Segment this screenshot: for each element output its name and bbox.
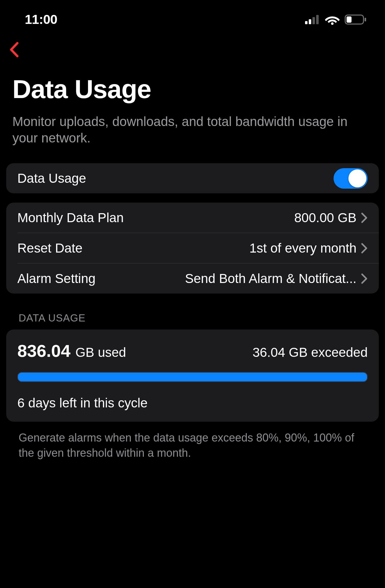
page-title: Data Usage	[0, 62, 385, 104]
svg-rect-1	[309, 19, 311, 24]
reset-date-row[interactable]: Reset Date 1st of every month	[6, 233, 379, 263]
alarm-footer-text: Generate alarms when the data usage exce…	[6, 422, 379, 460]
data-usage-toggle-card: Data Usage	[6, 163, 379, 193]
status-bar: 11:00	[0, 0, 385, 29]
usage-unit: GB used	[75, 345, 126, 360]
cellular-icon	[305, 15, 320, 24]
monthly-data-plan-row[interactable]: Monthly Data Plan 800.00 GB	[6, 203, 379, 233]
monthly-plan-label: Monthly Data Plan	[17, 210, 124, 225]
usage-summary: 836.04 GB used 36.04 GB exceeded	[17, 341, 368, 361]
svg-rect-7	[365, 18, 366, 21]
data-usage-toggle[interactable]	[334, 168, 368, 189]
usage-exceeded: 36.04 GB exceeded	[253, 345, 368, 360]
page-subtitle: Monitor uploads, downloads, and total ba…	[0, 104, 385, 146]
cycle-remaining: 6 days left in this cycle	[17, 396, 368, 411]
reset-date-value: 1st of every month	[89, 241, 356, 256]
usage-amount: 836.04	[17, 341, 70, 361]
data-usage-toggle-row[interactable]: Data Usage	[6, 163, 379, 193]
nav-back-area	[0, 29, 385, 62]
alarm-setting-row[interactable]: Alarm Setting Send Both Alarm & Notifica…	[6, 263, 379, 294]
status-icons	[305, 14, 366, 25]
data-usage-section-header: DATA USAGE	[6, 294, 379, 330]
back-chevron-icon[interactable]	[9, 42, 20, 57]
svg-rect-0	[305, 21, 308, 24]
svg-rect-3	[316, 15, 319, 24]
wifi-icon	[325, 14, 340, 25]
toggle-label: Data Usage	[17, 171, 86, 186]
svg-rect-2	[312, 17, 315, 24]
toggle-knob	[348, 169, 366, 187]
status-time: 11:00	[25, 12, 57, 27]
reset-date-label: Reset Date	[17, 241, 82, 256]
usage-progress-bar	[17, 372, 368, 382]
chevron-right-icon	[361, 273, 368, 284]
settings-card: Monthly Data Plan 800.00 GB Reset Date 1…	[6, 203, 379, 294]
data-usage-card: 836.04 GB used 36.04 GB exceeded 6 days …	[6, 330, 379, 422]
svg-rect-6	[347, 16, 352, 23]
alarm-setting-value: Send Both Alarm & Notificat...	[102, 271, 356, 286]
chevron-right-icon	[361, 243, 368, 254]
battery-icon	[345, 15, 366, 25]
monthly-plan-value: 800.00 GB	[130, 210, 356, 225]
usage-used: 836.04 GB used	[17, 341, 126, 361]
alarm-setting-label: Alarm Setting	[17, 271, 95, 286]
chevron-right-icon	[361, 212, 368, 223]
svg-point-4	[331, 22, 334, 25]
